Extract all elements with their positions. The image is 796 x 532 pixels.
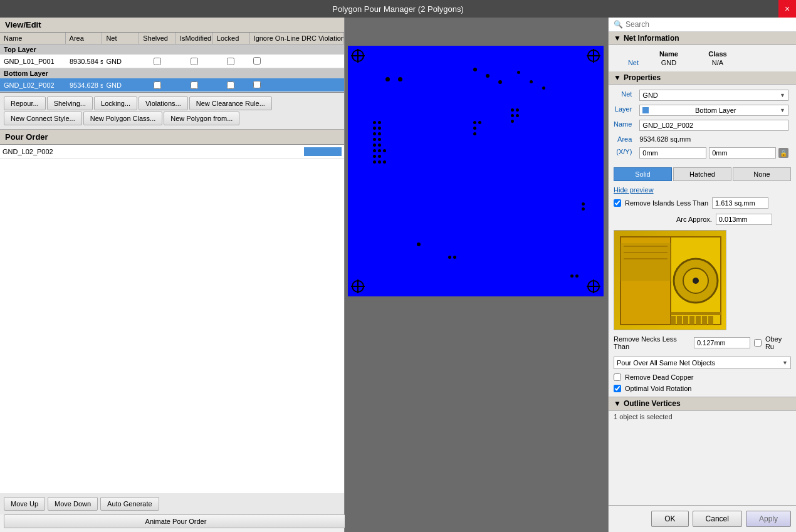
close-button[interactable]: × — [778, 0, 796, 18]
corner-br — [587, 279, 600, 293]
properties-header: ▼ Properties — [609, 71, 796, 85]
remove-islands-row: Remove Islands Less Than — [609, 195, 796, 211]
corner-tr — [587, 49, 600, 63]
ignore-checkbox-sel[interactable] — [253, 81, 261, 88]
name-field[interactable] — [639, 120, 788, 131]
chevron-down-icon-3: ▼ — [782, 360, 788, 366]
dot-cluster — [373, 121, 386, 164]
row-shelved[interactable] — [139, 56, 176, 66]
svg-point-4 — [693, 278, 699, 284]
row-ignore[interactable] — [249, 56, 345, 67]
ni-class-header: Class — [699, 50, 736, 58]
net-dropdown[interactable]: GND ▼ — [639, 90, 788, 101]
view-edit-section: View/Edit Name Area Net Shelved IsModifi… — [0, 18, 344, 93]
move-up-button[interactable]: Move Up — [4, 497, 45, 511]
arc-approx-value[interactable] — [716, 214, 772, 225]
view-edit-header: View/Edit — [0, 18, 344, 33]
svg-rect-9 — [689, 316, 694, 325]
row-net: GND — [103, 56, 140, 66]
new-connect-style-button[interactable]: New Connect Style... — [4, 112, 82, 125]
cancel-button[interactable]: Cancel — [693, 511, 742, 527]
dot — [542, 86, 545, 90]
group-top-layer: Top Layer — [0, 44, 344, 55]
new-polygon-class-button[interactable]: New Polygon Class... — [83, 112, 163, 125]
remove-islands-value[interactable] — [712, 197, 768, 209]
row-ismodified[interactable] — [176, 56, 213, 66]
area-prop-label: Area — [614, 133, 632, 145]
auto-generate-button[interactable]: Auto Generate — [100, 497, 159, 511]
table-row-selected[interactable]: GND_L02_P002 9534.628 sq.mm GND — [0, 78, 344, 92]
remove-dead-copper-checkbox[interactable] — [614, 373, 621, 381]
th-locked: Locked — [213, 33, 250, 44]
row-shelved-sel[interactable] — [139, 80, 176, 90]
move-down-button[interactable]: Move Down — [48, 497, 98, 511]
toolbar-buttons: Repour... Shelving... Locking... Violati… — [0, 93, 344, 130]
dot-cluster-4 — [582, 202, 585, 211]
dot — [385, 77, 390, 81]
new-polygon-from-button[interactable]: New Polygon from... — [164, 112, 239, 125]
chevron-down-icon-2: ▼ — [780, 107, 785, 113]
hide-preview-link[interactable]: Hide preview — [609, 185, 796, 195]
svg-rect-6 — [671, 316, 676, 325]
locked-checkbox[interactable] — [227, 58, 234, 65]
optimal-void-label: Optimal Void Rotation — [625, 385, 691, 392]
y-field[interactable] — [709, 147, 776, 159]
right-panel: 🔍 ▼ Net Information Name Class Net GND N… — [608, 18, 796, 532]
xy-prop-label: (X/Y) — [614, 146, 632, 160]
locked-checkbox-sel[interactable] — [227, 81, 234, 89]
pour-order-section: Pour Order GND_L02_P002 Move Up Move Dow… — [0, 130, 344, 532]
shelved-checkbox[interactable] — [154, 58, 161, 65]
remove-necks-value[interactable] — [694, 337, 750, 348]
none-button[interactable]: None — [733, 167, 791, 181]
violations-button[interactable]: Violations... — [139, 96, 188, 110]
layer-color-swatch — [642, 107, 649, 113]
pour-over-dropdown[interactable]: Pour Over All Same Net Objects ▼ — [614, 357, 791, 369]
dot-cluster-2 — [473, 121, 481, 135]
ok-button[interactable]: OK — [651, 511, 688, 527]
pcb-board — [348, 46, 604, 296]
row-ignore-sel[interactable] — [249, 80, 345, 91]
apply-button[interactable]: Apply — [746, 511, 791, 527]
repour-button[interactable]: Repour... — [4, 96, 46, 110]
pcb-preview-image — [614, 230, 726, 330]
remove-islands-checkbox[interactable] — [614, 199, 621, 207]
row-ismodified-sel[interactable] — [176, 80, 213, 90]
net-prop-label: Net — [614, 88, 632, 102]
table-row[interactable]: GND_L01_P001 8930.584 sq.mm GND — [0, 55, 344, 68]
shelving-button[interactable]: Shelving... — [47, 96, 93, 110]
animate-pour-order-button[interactable]: Animate Pour Order — [4, 514, 348, 528]
solid-button[interactable]: Solid — [614, 167, 672, 181]
svg-rect-11 — [702, 316, 707, 325]
ismodified-checkbox-sel[interactable] — [191, 81, 198, 89]
row-name-selected: GND_L02_P002 — [0, 80, 66, 90]
pour-order-header: Pour Order — [0, 130, 344, 145]
ismodified-checkbox[interactable] — [191, 58, 198, 65]
new-clearance-button[interactable]: New Clearance Rule... — [189, 96, 272, 110]
ignore-checkbox[interactable] — [253, 57, 261, 65]
table-header-row: Name Area Net Shelved IsModified Locked … — [0, 33, 344, 44]
lock-icon[interactable]: 🔒 — [778, 148, 788, 158]
title-bar: Polygon Pour Manager (2 Polygons) × — [0, 0, 796, 18]
dialog-title: Polygon Pour Manager (2 Polygons) — [332, 4, 464, 14]
properties-collapse-icon: ▼ — [614, 73, 621, 82]
shelved-checkbox-sel[interactable] — [154, 81, 161, 89]
list-item[interactable]: GND_L02_P002 — [0, 145, 344, 159]
dot — [398, 77, 402, 81]
ni-net-label: Net — [614, 59, 639, 66]
th-area: Area — [66, 33, 103, 44]
x-field[interactable] — [639, 147, 706, 159]
locking-button[interactable]: Locking... — [94, 96, 137, 110]
row-locked-sel[interactable] — [212, 80, 249, 90]
fill-style-selector: Solid Hatched None — [609, 164, 796, 185]
row-locked[interactable] — [212, 56, 249, 66]
optimal-void-checkbox[interactable] — [614, 385, 621, 392]
dot — [417, 243, 421, 246]
bottom-buttons: OK Cancel Apply — [608, 505, 796, 532]
obey-rules-checkbox[interactable] — [754, 339, 762, 347]
preview-area — [345, 18, 608, 532]
search-input[interactable] — [626, 20, 791, 29]
pcb-svg — [614, 231, 727, 331]
layer-dropdown[interactable]: Bottom Layer ▼ — [639, 105, 788, 116]
status-bar: 1 object is selected — [609, 410, 796, 422]
hatched-button[interactable]: Hatched — [673, 167, 731, 181]
